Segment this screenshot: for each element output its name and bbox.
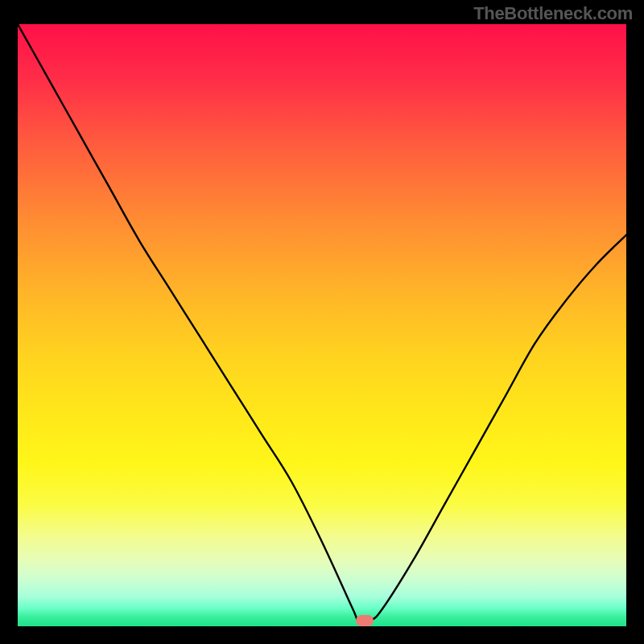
chart-container: TheBottleneck.com xyxy=(0,0,644,644)
optimal-marker xyxy=(356,615,374,626)
bottleneck-curve xyxy=(18,24,626,626)
attribution-label: TheBottleneck.com xyxy=(473,3,633,24)
plot-area xyxy=(18,24,626,626)
